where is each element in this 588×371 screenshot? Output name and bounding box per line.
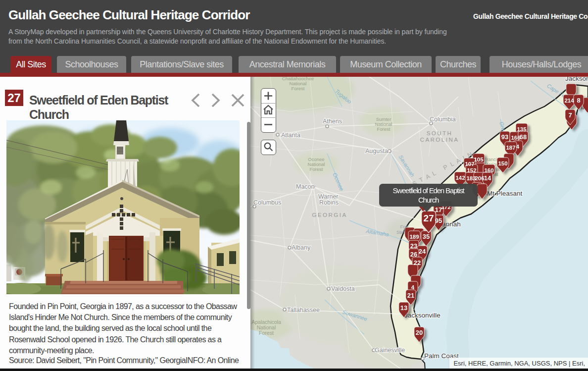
svg-text:107: 107 <box>465 161 474 167</box>
svg-text:105: 105 <box>474 157 484 162</box>
svg-text:SOUTH: SOUTH <box>427 130 453 136</box>
svg-text:135: 135 <box>517 126 527 132</box>
svg-text:35: 35 <box>423 233 430 240</box>
svg-text:CAROLINA: CAROLINA <box>420 137 459 143</box>
svg-text:4: 4 <box>516 144 520 150</box>
svg-text:14: 14 <box>484 174 491 182</box>
svg-text:189: 189 <box>409 234 419 240</box>
svg-text:22: 22 <box>414 259 421 266</box>
svg-text:142: 142 <box>455 175 465 181</box>
svg-text:Augusta: Augusta <box>365 148 388 155</box>
svg-text:27: 27 <box>423 213 434 223</box>
svg-text:95: 95 <box>435 217 442 224</box>
svg-text:Columbus: Columbus <box>253 199 281 206</box>
svg-text:Jacksonv: Jacksonv <box>565 77 588 82</box>
svg-text:Columbia: Columbia <box>430 116 456 123</box>
svg-text:Albany: Albany <box>292 244 311 251</box>
svg-text:93: 93 <box>501 133 508 141</box>
svg-text:Forest: Forest <box>310 166 323 172</box>
svg-text:21: 21 <box>407 292 414 299</box>
svg-text:166: 166 <box>511 135 520 141</box>
svg-text:152: 152 <box>467 167 476 173</box>
svg-text:Tallahassee: Tallahassee <box>287 307 320 314</box>
svg-text:Mt Pleasant: Mt Pleasant <box>487 190 523 197</box>
svg-text:Forest: Forest <box>292 86 305 91</box>
svg-text:13: 13 <box>400 304 407 312</box>
svg-text:26: 26 <box>410 251 417 258</box>
svg-text:7: 7 <box>568 111 572 119</box>
svg-text:4: 4 <box>411 284 415 290</box>
svg-text:GEORGIA: GEORGIA <box>312 212 347 218</box>
svg-text:206: 206 <box>475 175 484 181</box>
svg-text:24: 24 <box>419 248 426 255</box>
svg-text:Macon: Macon <box>296 183 315 190</box>
svg-text:68: 68 <box>520 133 527 141</box>
svg-text:Athens: Athens <box>323 118 342 125</box>
svg-text:150: 150 <box>498 160 507 166</box>
svg-text:17: 17 <box>435 206 442 213</box>
svg-text:8: 8 <box>577 97 580 104</box>
svg-text:Forest: Forest <box>377 126 391 132</box>
svg-text:23: 23 <box>410 242 417 250</box>
svg-text:Robins: Robins <box>319 199 339 206</box>
svg-text:160: 160 <box>484 167 493 173</box>
svg-text:Gainesville: Gainesville <box>375 347 405 354</box>
svg-text:Forest: Forest <box>259 330 274 336</box>
svg-text:187: 187 <box>506 145 515 151</box>
svg-text:Valdosta: Valdosta <box>331 285 355 292</box>
svg-text:214: 214 <box>564 98 574 104</box>
svg-text:20: 20 <box>416 329 423 336</box>
svg-text:Atlanta: Atlanta <box>281 132 300 139</box>
